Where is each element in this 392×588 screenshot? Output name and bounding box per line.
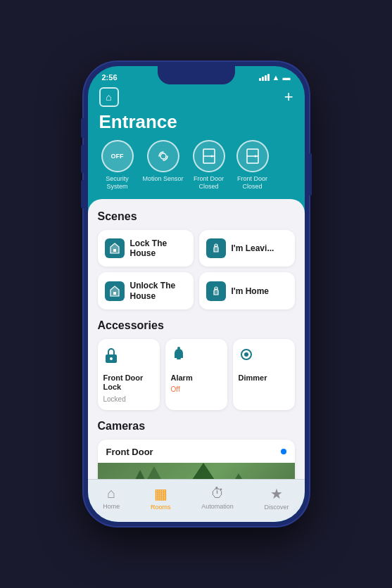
nav-rooms-label: Rooms — [151, 504, 171, 511]
quick-controls-row: OFF SecuritySystem Motion Sensor — [88, 140, 305, 199]
power-button[interactable] — [309, 153, 312, 196]
battery-icon: ▬ — [283, 73, 291, 82]
accessories-section: Accessories Front Door Lock Locked — [98, 319, 295, 409]
security-system-icon: OFF — [101, 140, 134, 172]
svg-marker-19 — [126, 470, 154, 479]
im-leaving-scene[interactable]: I'm Leavi... — [199, 230, 295, 267]
front-door-label-1: Front DoorClosed — [194, 175, 224, 191]
signal-icon — [259, 74, 270, 81]
mute-button[interactable] — [81, 118, 84, 138]
front-door-label-2: Front DoorClosed — [237, 175, 267, 191]
quick-control-motion[interactable]: Motion Sensor — [143, 140, 184, 191]
svg-point-14 — [177, 347, 180, 350]
notch — [158, 66, 235, 84]
phone-frame: 2:56 ▲ ▬ ⌂ + Entrance — [84, 62, 309, 526]
nav-discover-icon: ★ — [270, 485, 283, 502]
cameras-section-title: Cameras — [98, 420, 295, 433]
front-door-icon-2 — [236, 140, 269, 172]
wifi-icon: ▲ — [272, 73, 280, 82]
svg-point-0 — [160, 153, 166, 159]
lock-house-label: Lock The House — [130, 238, 186, 259]
status-icons: ▲ ▬ — [259, 73, 291, 82]
page-title: Entrance — [88, 111, 305, 140]
add-button[interactable]: + — [284, 88, 293, 106]
front-door-lock-icon — [103, 346, 119, 368]
svg-point-6 — [254, 155, 256, 158]
svg-rect-13 — [177, 358, 181, 359]
camera-live-dot — [281, 449, 286, 454]
camera-header: Front Door — [98, 440, 295, 463]
bottom-nav: ⌂ Home ▦ Rooms ⏱ Automation ★ Discover — [88, 479, 305, 522]
app-header: ⌂ + — [88, 84, 305, 111]
dimmer-icon — [239, 346, 254, 368]
quick-control-frontdoor1[interactable]: Front DoorClosed — [191, 140, 227, 191]
svg-marker-22 — [182, 463, 225, 479]
home-icon: ⌂ — [106, 91, 111, 103]
volume-down-button[interactable] — [81, 180, 84, 208]
im-home-label: I'm Home — [232, 286, 270, 296]
alarm-status: Off — [171, 385, 180, 393]
phone-screen: 2:56 ▲ ▬ ⌂ + Entrance — [88, 66, 305, 522]
front-door-lock-name: Front Door Lock — [103, 373, 154, 392]
dimmer-name: Dimmer — [239, 373, 267, 383]
home-nav-button[interactable]: ⌂ — [99, 87, 119, 107]
nav-discover-label: Discover — [265, 504, 289, 511]
im-leaving-icon — [206, 238, 226, 258]
volume-up-button[interactable] — [81, 145, 84, 173]
dimmer-card[interactable]: Dimmer — [233, 339, 295, 409]
motion-sensor-icon — [147, 140, 179, 172]
svg-marker-20 — [137, 466, 172, 479]
front-door-lock-status: Locked — [103, 395, 126, 403]
alarm-name: Alarm — [171, 373, 193, 383]
alarm-card[interactable]: Alarm Off — [165, 339, 227, 409]
svg-marker-23 — [221, 473, 256, 479]
unlock-house-scene[interactable]: Unlock The House — [98, 272, 194, 309]
motion-sensor-label: Motion Sensor — [143, 175, 184, 183]
svg-point-16 — [244, 352, 248, 357]
nav-rooms[interactable]: ▦ Rooms — [151, 485, 171, 511]
camera-name: Front Door — [106, 447, 153, 457]
front-door-camera-card[interactable]: Front Door — [98, 440, 295, 479]
content-area: Scenes Lock The House — [88, 199, 305, 479]
alarm-icon — [171, 346, 186, 368]
nav-discover[interactable]: ★ Discover — [265, 485, 289, 511]
scenes-section-title: Scenes — [98, 210, 295, 223]
security-system-label: SecuritySystem — [106, 175, 129, 191]
im-home-scene[interactable]: I'm Home — [199, 272, 295, 309]
front-door-lock-card[interactable]: Front Door Lock Locked — [98, 339, 160, 409]
status-time: 2:56 — [102, 73, 118, 82]
quick-control-frontdoor2[interactable]: Front DoorClosed — [234, 140, 271, 191]
front-door-icon-1 — [193, 140, 225, 172]
camera-feed — [98, 463, 295, 479]
svg-point-12 — [110, 357, 113, 360]
unlock-house-label: Unlock The House — [130, 281, 186, 301]
quick-control-security[interactable]: OFF SecuritySystem — [99, 140, 136, 191]
accessories-grid: Front Door Lock Locked Alarm Off — [98, 339, 295, 409]
nav-automation[interactable]: ⏱ Automation — [201, 485, 234, 511]
lock-house-scene[interactable]: Lock The House — [98, 230, 194, 267]
nav-rooms-icon: ▦ — [154, 485, 167, 502]
cameras-section: Cameras Front Door — [98, 420, 295, 479]
scenes-grid: Lock The House I'm Leavi... — [98, 230, 295, 310]
svg-rect-17 — [98, 463, 295, 479]
svg-rect-9 — [113, 292, 116, 295]
accessories-section-title: Accessories — [98, 319, 295, 332]
nav-home-icon: ⌂ — [107, 485, 115, 501]
nav-home[interactable]: ⌂ Home — [103, 485, 120, 511]
nav-automation-icon: ⏱ — [210, 485, 225, 501]
im-leaving-label: I'm Leavi... — [232, 243, 274, 253]
im-home-icon — [206, 281, 226, 301]
svg-point-3 — [210, 155, 213, 158]
svg-rect-7 — [113, 249, 116, 252]
unlock-house-icon — [105, 281, 125, 301]
nav-home-label: Home — [103, 503, 120, 510]
nav-automation-label: Automation — [201, 503, 234, 510]
lock-house-icon — [105, 238, 125, 258]
